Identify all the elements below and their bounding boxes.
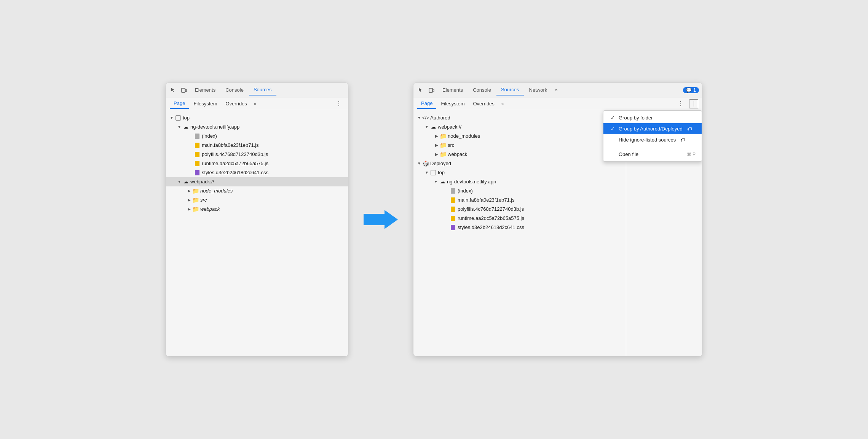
panel-layout-icon[interactable] (689, 99, 698, 108)
right-tab-more[interactable]: » (552, 86, 560, 94)
arrow-right-netlify (433, 179, 439, 185)
sub-tab-overrides[interactable]: Overrides (222, 99, 251, 108)
right-tree-webpack-folder[interactable]: 📁 webpack (413, 150, 626, 159)
menu-hide-ignore[interactable]: ✓ Hide ignore-listed sources 🏷 (603, 134, 702, 145)
right-sub-tab-page[interactable]: Page (417, 99, 436, 109)
tab-sources[interactable]: Sources (249, 84, 276, 95)
label-node-modules: node_modules (200, 187, 233, 195)
tree-item-styles[interactable]: styles.d3e2b24618d2c641.css (166, 168, 348, 177)
arrow-top (169, 115, 174, 121)
label-right-runtime: runtime.aa2dc5a72b65a575.js (458, 215, 524, 222)
right-tab-network[interactable]: Network (525, 85, 552, 95)
arrow-right-src (434, 143, 439, 148)
file-icon-styles (194, 170, 200, 176)
right-sub-tab-overrides[interactable]: Overrides (469, 99, 498, 108)
label-deployed: Deployed (430, 160, 451, 167)
tree-item-src[interactable]: 📁 src (166, 196, 348, 205)
folder-icon-right-node-modules: 📁 (440, 133, 446, 139)
right-tree-src[interactable]: 📁 src (413, 141, 626, 150)
right-tab-console[interactable]: Console (468, 85, 496, 95)
right-tree-runtime[interactable]: runtime.aa2dc5a72b65a575.js (413, 214, 626, 223)
menu-separator (603, 147, 702, 147)
svg-marker-2 (364, 210, 398, 229)
menu-open-file[interactable]: ✓ Open file ⌘ P (603, 149, 702, 160)
file-icon-runtime (194, 161, 200, 167)
file-icon-index (194, 133, 200, 139)
label-runtime: runtime.aa2dc5a72b65a575.js (202, 160, 268, 167)
tree-item-runtime[interactable]: runtime.aa2dc5a72b65a575.js (166, 159, 348, 168)
file-icon-polyfills (194, 151, 200, 157)
folder-icon-src: 📁 (193, 197, 199, 203)
label-right-node-modules: node_modules (448, 132, 480, 140)
right-sub-tab-more-icon[interactable]: » (499, 100, 506, 108)
file-icon-right-polyfills (450, 206, 456, 212)
folder-icon-node-modules: 📁 (193, 188, 199, 194)
menu-group-by-folder[interactable]: ✓ Group by folder (603, 112, 702, 123)
tree-item-node-modules[interactable]: 📁 node_modules (166, 186, 348, 196)
tree-item-webpack-folder[interactable]: 📁 webpack (166, 205, 348, 214)
label-right-webpack-folder: webpack (448, 151, 467, 158)
tree-item-netlify[interactable]: ☁ ng-devtools.netlify.app (166, 122, 348, 132)
folder-icon-right-src: 📁 (440, 142, 446, 148)
cloud-icon-netlify: ☁ (183, 124, 189, 130)
label-webpack-folder: webpack (200, 205, 220, 213)
sub-tab-filesystem[interactable]: Filesystem (190, 99, 221, 108)
left-devtools-panel: Elements Console Sources Page Filesystem… (166, 83, 348, 356)
right-tree-webpack[interactable]: ☁ webpack:// (413, 122, 626, 132)
sub-tab-menu-button[interactable]: ⋮ (333, 99, 344, 108)
right-tree-deployed[interactable]: 🎲 Deployed (413, 159, 626, 168)
check-group-authored: ✓ (610, 126, 616, 132)
right-tree-polyfills[interactable]: polyfills.4c768d7122740d3b.js (413, 205, 626, 214)
arrow-webpack (177, 179, 182, 185)
arrow-src (187, 197, 192, 203)
tree-item-polyfills[interactable]: polyfills.4c768d7122740d3b.js (166, 150, 348, 159)
sub-tab-page[interactable]: Page (170, 99, 189, 109)
chat-icon: 💬 (686, 87, 692, 93)
tab-console[interactable]: Console (221, 85, 248, 95)
device-icon[interactable] (180, 86, 188, 94)
svg-rect-0 (182, 88, 185, 92)
right-sub-tab-filesystem[interactable]: Filesystem (437, 99, 468, 108)
main-container: Elements Console Sources Page Filesystem… (166, 83, 702, 356)
right-tree-netlify[interactable]: ☁ ng-devtools.netlify.app (413, 177, 626, 186)
cloud-icon-right-webpack: ☁ (430, 124, 436, 130)
right-tree-authored[interactable]: </> Authored (413, 113, 626, 122)
right-tree-top[interactable]: top (413, 168, 626, 177)
right-tab-sources[interactable]: Sources (496, 84, 524, 95)
right-tree-styles[interactable]: styles.d3e2b24618d2c641.css (413, 223, 626, 232)
tree-item-webpack[interactable]: ☁ webpack:// (166, 177, 348, 186)
warn-icon-ignore: 🏷 (680, 137, 685, 143)
arrow-right-top (424, 170, 429, 175)
tree-item-main[interactable]: main.fa8bfa0e23f1eb71.js (166, 141, 348, 150)
svg-rect-1 (185, 89, 187, 92)
menu-group-by-authored[interactable]: ✓ Group by Authored/Deployed 🏷 (603, 123, 702, 134)
code-icon-authored: </> (423, 115, 429, 121)
right-tab-elements[interactable]: Elements (438, 85, 468, 95)
label-right-polyfills: polyfills.4c768d7122740d3b.js (458, 205, 524, 213)
tree-item-index[interactable]: (index) (166, 132, 348, 141)
arrow-authored (416, 115, 422, 121)
right-tree-node-modules[interactable]: 📁 node_modules (413, 132, 626, 141)
cloud-icon-right-netlify: ☁ (439, 179, 445, 185)
arrow-node-modules (187, 188, 192, 194)
right-sub-tab-menu-button[interactable]: ⋮ (675, 99, 686, 108)
right-tree-main[interactable]: main.fa8bfa0e23f1eb71.js (413, 196, 626, 205)
sub-tab-more-icon[interactable]: » (252, 100, 259, 108)
tree-item-top[interactable]: top (166, 113, 348, 122)
right-tree-index[interactable]: (index) (413, 186, 626, 196)
menu-label-group-folder: Group by folder (619, 115, 653, 121)
label-top: top (183, 114, 190, 122)
file-icon-right-main (450, 197, 456, 203)
warn-icon-authored: 🏷 (687, 126, 692, 132)
right-sub-tab-bar: Page Filesystem Overrides » ⋮ ✓ Group by… (413, 97, 702, 110)
label-right-webpack: webpack:// (438, 123, 461, 131)
badge-count: 1 (693, 87, 696, 93)
file-icon-right-index (450, 188, 456, 194)
label-webpack: webpack:// (190, 178, 214, 186)
right-inspect-icon[interactable] (416, 86, 425, 94)
tab-elements[interactable]: Elements (190, 85, 220, 95)
inspect-icon[interactable] (169, 86, 177, 94)
menu-label-hide-ignore: Hide ignore-listed sources (619, 137, 676, 143)
arrow-right-webpack (424, 124, 429, 130)
right-device-icon[interactable] (427, 86, 436, 94)
